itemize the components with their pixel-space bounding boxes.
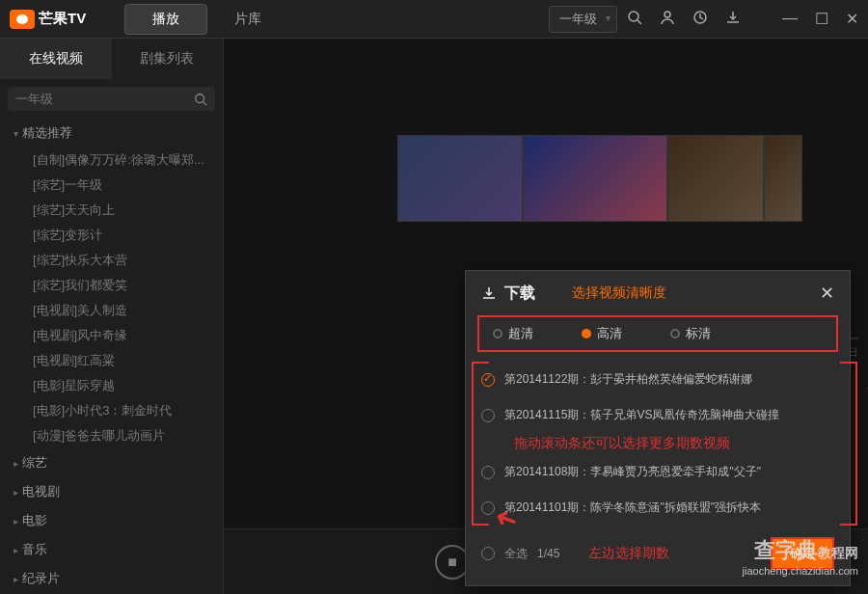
category-row[interactable]: ▸电视剧 xyxy=(0,477,223,506)
episode-title: 第20141101期：陈学冬陈意涵"拆婚联盟"强拆快本 xyxy=(504,500,761,516)
category-label: 音乐 xyxy=(22,541,47,558)
annotation-box xyxy=(472,362,489,526)
svg-point-5 xyxy=(196,94,204,102)
category-row[interactable]: ▸纪录片 xyxy=(0,564,223,593)
search-icon xyxy=(194,93,207,106)
sidebar-item[interactable]: [电视剧]美人制造 xyxy=(0,298,223,323)
quality-option-sd[interactable]: 标清 xyxy=(670,325,711,342)
chevron-down-icon: ▾ xyxy=(606,13,610,23)
select-all-checkbox[interactable] xyxy=(481,547,495,560)
dialog-title: 下载 xyxy=(504,284,535,304)
category-label: 纪录片 xyxy=(22,570,60,587)
thumbnail-carousel xyxy=(397,135,802,222)
sidebar-item[interactable]: [综艺]我们都爱笑 xyxy=(0,273,223,298)
svg-point-3 xyxy=(665,12,670,17)
quality-option-hd[interactable]: 高清 xyxy=(582,325,622,342)
category-row[interactable]: ▸音乐 xyxy=(0,535,223,564)
select-all-label: 全选 xyxy=(504,546,528,562)
chevron-right-icon: ▸ xyxy=(14,545,18,555)
sidebar-item[interactable]: [电视剧]红高粱 xyxy=(0,348,223,373)
sidebar-item[interactable]: [动漫]爸爸去哪儿动画片 xyxy=(0,423,223,448)
sidebar-item[interactable]: [电视剧]风中奇缘 xyxy=(0,323,223,348)
close-icon[interactable]: ✕ xyxy=(846,10,858,28)
episode-checkbox[interactable] xyxy=(481,373,495,387)
svg-point-0 xyxy=(16,14,28,24)
annotation-hint: 左边选择期数 xyxy=(588,545,669,562)
app-logo: 芒果TV xyxy=(10,10,86,29)
watermark: 查字典教程网 jiaocheng.chazidian.com xyxy=(743,536,858,577)
search-icon[interactable] xyxy=(627,10,642,29)
featured-title: 精选推荐 xyxy=(22,124,72,142)
episode-row[interactable]: 第20141108期：李易峰贾乃亮恩爱牵手却成"父子" xyxy=(477,454,838,490)
svg-line-2 xyxy=(637,20,641,24)
chevron-right-icon: ▸ xyxy=(14,516,18,526)
category-row[interactable]: ▸综艺 xyxy=(0,448,223,477)
video-thumbnail[interactable] xyxy=(523,135,667,222)
annotation-box xyxy=(840,362,857,526)
episode-title: 第20141122期：彭于晏井柏然英雄偏爱蛇精谢娜 xyxy=(504,371,752,388)
svg-point-1 xyxy=(629,12,638,21)
sidebar-item[interactable]: [综艺]变形计 xyxy=(0,223,223,248)
sidebar-item[interactable]: [电影]小时代3：刺金时代 xyxy=(0,398,223,423)
video-thumbnail[interactable] xyxy=(397,135,523,222)
dialog-close-button[interactable]: ✕ xyxy=(820,283,834,304)
episode-title: 第20141108期：李易峰贾乃亮恩爱牵手却成"父子" xyxy=(504,464,761,480)
radio-icon xyxy=(493,329,502,338)
left-tab-online[interactable]: 在线视频 xyxy=(0,39,112,79)
episode-title: 第20141115期：筷子兄弟VS凤凰传奇洗脑神曲大碰撞 xyxy=(504,407,779,423)
chevron-right-icon: ▸ xyxy=(14,574,18,584)
minimize-icon[interactable]: — xyxy=(782,10,798,28)
sidebar-item[interactable]: [综艺]天天向上 xyxy=(0,198,223,223)
episode-row[interactable]: 第20141101期：陈学冬陈意涵"拆婚联盟"强拆快本 xyxy=(477,490,838,526)
category-label: 综艺 xyxy=(22,454,47,472)
nav-tab-library[interactable]: 片库 xyxy=(207,5,288,34)
radio-icon xyxy=(582,329,591,338)
app-name-text: 芒果TV xyxy=(39,10,86,28)
history-icon[interactable] xyxy=(692,10,708,29)
left-panel: 在线视频 剧集列表 ▾精选推荐 [自制]偶像万万碎:徐璐大曝郑...[综艺]一年… xyxy=(0,39,224,594)
sidebar-item[interactable]: [综艺]一年级 xyxy=(0,173,223,198)
download-icon xyxy=(481,285,497,301)
quality-option-ultra[interactable]: 超清 xyxy=(493,325,533,342)
category-label: 电视剧 xyxy=(22,483,60,500)
search-input[interactable] xyxy=(15,92,194,106)
episode-row[interactable]: 第20141122期：彭于晏井柏然英雄偏爱蛇精谢娜 xyxy=(477,362,838,397)
chevron-right-icon: ▸ xyxy=(14,458,18,469)
video-thumbnail[interactable] xyxy=(667,135,764,222)
svg-line-6 xyxy=(203,101,207,105)
video-thumbnail[interactable] xyxy=(764,135,802,222)
category-label: 电影 xyxy=(22,512,47,529)
category-row[interactable]: ▸电影 xyxy=(0,506,223,535)
annotation-hint: 拖动滚动条还可以选择更多期数视频 xyxy=(477,433,838,454)
sidebar-item[interactable]: [电影]星际穿越 xyxy=(0,373,223,398)
episode-row[interactable]: 第20141115期：筷子兄弟VS凤凰传奇洗脑神曲大碰撞 xyxy=(477,397,838,433)
grade-select[interactable]: 一年级 ▾ xyxy=(549,6,617,33)
maximize-icon[interactable]: ☐ xyxy=(815,10,828,28)
episode-list: 第20141122期：彭于晏井柏然英雄偏爱蛇精谢娜 第20141115期：筷子兄… xyxy=(466,362,850,526)
nav-tab-play[interactable]: 播放 xyxy=(124,4,207,35)
sidebar-item[interactable]: [自制]偶像万万碎:徐璐大曝郑... xyxy=(0,148,223,173)
content-area: 周六 周日 下载 选择视频清晰度 ✕ 超清 高清 标清 第20141122期：彭… xyxy=(224,39,868,594)
download-icon[interactable] xyxy=(725,10,741,29)
category-featured[interactable]: ▾精选推荐 xyxy=(0,119,223,148)
chevron-down-icon: ▾ xyxy=(14,128,18,139)
mango-icon xyxy=(10,10,35,29)
dialog-subtitle: 选择视频清晰度 xyxy=(572,284,666,302)
user-icon[interactable] xyxy=(660,10,675,29)
quality-selector: 超清 高清 标清 xyxy=(477,315,838,352)
search-box[interactable] xyxy=(8,87,215,111)
grade-select-value: 一年级 xyxy=(559,12,597,26)
chevron-right-icon: ▸ xyxy=(14,487,18,498)
sidebar-item[interactable]: [综艺]快乐大本营 xyxy=(0,248,223,273)
left-tab-episodes[interactable]: 剧集列表 xyxy=(112,39,224,79)
radio-icon xyxy=(670,329,680,338)
selection-count: 1/45 xyxy=(537,547,559,560)
